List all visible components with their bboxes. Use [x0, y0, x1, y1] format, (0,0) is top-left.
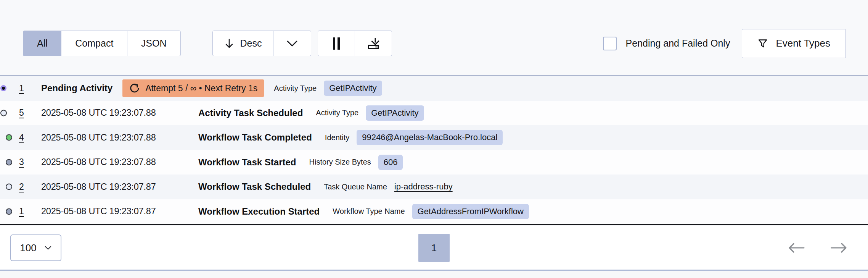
- event-id-link[interactable]: 2: [19, 182, 30, 192]
- toolbar: All Compact JSON Desc: [0, 0, 868, 75]
- page-1-button[interactable]: 1: [418, 234, 450, 262]
- arrow-right-icon: [830, 242, 848, 254]
- bottom-strip: [0, 271, 868, 278]
- sort-button-group: Desc: [212, 31, 311, 56]
- pause-button[interactable]: [318, 31, 355, 56]
- sort-desc-button[interactable]: Desc: [212, 31, 274, 56]
- event-status-marker: [0, 85, 6, 91]
- event-history-table: 1 Pending Activity Attempt 5 / ∞ • Next …: [0, 75, 868, 225]
- event-attr-label: History Size Bytes: [309, 158, 371, 166]
- event-name: Workflow Task Started: [198, 157, 296, 168]
- event-attr-value-link[interactable]: ip-address-ruby: [394, 182, 453, 192]
- pause-icon: [332, 37, 341, 50]
- view-tab-group: All Compact JSON: [23, 31, 181, 56]
- event-attr-label: Workflow Type Name: [333, 207, 405, 216]
- event-id-link[interactable]: 1: [19, 206, 30, 217]
- event-id-link[interactable]: 3: [19, 157, 30, 167]
- event-timestamp: 2025-05-08 UTC 19:23:07.87: [41, 182, 198, 192]
- event-status-marker: [6, 208, 12, 215]
- arrow-down-icon: [224, 38, 234, 49]
- pagination-footer: 100 1: [0, 226, 868, 270]
- retry-label: Attempt 5 / ∞ • Next Retry 1s: [145, 83, 257, 94]
- event-status-marker: [6, 134, 12, 141]
- event-attr-value-badge: GetIPActivity: [366, 105, 424, 121]
- tab-json[interactable]: JSON: [127, 31, 181, 56]
- event-timestamp: 2025-05-08 UTC 19:23:07.88: [41, 133, 198, 143]
- event-rows: 1 Pending Activity Attempt 5 / ∞ • Next …: [0, 76, 868, 224]
- event-id-link[interactable]: 5: [19, 108, 30, 118]
- event-name: Pending Activity: [41, 83, 113, 94]
- event-name: Activity Task Scheduled: [198, 108, 303, 118]
- playback-button-group: [318, 31, 392, 56]
- event-id-link[interactable]: 1: [19, 83, 30, 94]
- funnel-icon: [757, 38, 768, 49]
- event-row[interactable]: 1 2025-05-08 UTC 19:23:07.87 Workflow Ex…: [0, 199, 868, 224]
- event-history-panel: All Compact JSON Desc: [0, 0, 868, 278]
- retry-badge: Attempt 5 / ∞ • Next Retry 1s: [122, 79, 264, 97]
- event-attr-label: Activity Type: [316, 108, 358, 117]
- download-button[interactable]: [355, 31, 392, 56]
- event-attr-value-badge: GetAddressFromIPWorkflow: [412, 204, 529, 219]
- chevron-down-icon: [286, 40, 299, 47]
- event-attr-value-badge: 606: [378, 155, 403, 170]
- event-timestamp: 2025-05-08 UTC 19:23:07.87: [41, 206, 198, 217]
- event-attr-label: Activity Type: [274, 84, 317, 93]
- page-buttons: 1: [0, 234, 868, 262]
- event-name: Workflow Execution Started: [198, 206, 320, 217]
- arrow-left-icon: [787, 242, 805, 254]
- event-status-marker: [6, 159, 12, 165]
- event-row[interactable]: 2 2025-05-08 UTC 19:23:07.87 Workflow Ta…: [0, 175, 868, 199]
- pending-failed-checkbox[interactable]: [603, 37, 617, 50]
- event-id-link[interactable]: 4: [19, 133, 30, 143]
- download-icon: [367, 37, 380, 50]
- event-attr-label: Identity: [325, 133, 349, 142]
- event-attr-value-badge: 99246@Angelas-MacBook-Pro.local: [357, 130, 503, 145]
- event-row[interactable]: 5 2025-05-08 UTC 19:23:07.88 Activity Ta…: [0, 101, 868, 126]
- next-page-button[interactable]: [830, 242, 848, 254]
- event-row[interactable]: 3 2025-05-08 UTC 19:23:07.88 Workflow Ta…: [0, 150, 868, 175]
- previous-page-button[interactable]: [787, 242, 805, 254]
- event-row[interactable]: 1 Pending Activity Attempt 5 / ∞ • Next …: [0, 76, 868, 101]
- event-status-marker: [0, 110, 7, 116]
- event-timestamp: 2025-05-08 UTC 19:23:07.88: [41, 157, 198, 167]
- pending-failed-label: Pending and Failed Only: [626, 38, 730, 49]
- tab-all[interactable]: All: [23, 31, 62, 56]
- tab-compact[interactable]: Compact: [61, 31, 127, 56]
- event-timestamp: 2025-05-08 UTC 19:23:07.88: [41, 108, 198, 118]
- pending-failed-filter: Pending and Failed Only: [603, 37, 730, 50]
- event-attr-label: Task Queue Name: [324, 183, 387, 191]
- event-status-marker: [6, 184, 12, 190]
- pager-arrows: [787, 242, 848, 254]
- event-types-button[interactable]: Event Types: [742, 29, 846, 58]
- event-name: Workflow Task Completed: [198, 132, 312, 143]
- sort-menu-button[interactable]: [273, 31, 311, 56]
- event-types-label: Event Types: [776, 37, 830, 49]
- retry-icon: [129, 83, 140, 94]
- event-name: Workflow Task Scheduled: [198, 181, 311, 192]
- event-row[interactable]: 4 2025-05-08 UTC 19:23:07.88 Workflow Ta…: [0, 125, 868, 150]
- event-attr-value-badge: GetIPActivity: [324, 81, 382, 96]
- sort-desc-label: Desc: [240, 38, 262, 49]
